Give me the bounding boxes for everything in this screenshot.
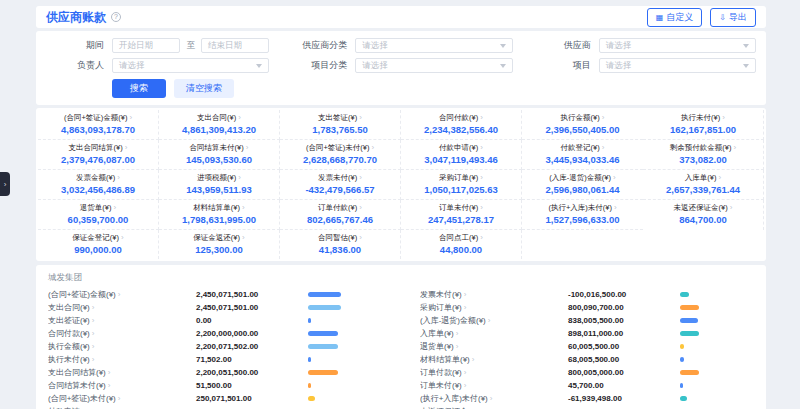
- group-row-label[interactable]: 采购订单(¥)›: [420, 302, 568, 313]
- metric-cell[interactable]: 合同点工(¥)› 44,800.00: [401, 230, 522, 259]
- group-row-label[interactable]: (合同+签证)未付(¥)›: [48, 393, 196, 404]
- chevron-right-icon: ›: [464, 303, 467, 312]
- chevron-right-icon: ›: [480, 173, 483, 182]
- value-bar: [308, 331, 338, 336]
- supplier-category-select[interactable]: 请选择: [355, 38, 512, 53]
- group-row-label[interactable]: 退货单(¥)›: [420, 341, 568, 352]
- supplier-select[interactable]: 请选择: [599, 38, 756, 53]
- group-row-value: 51,500.00: [196, 381, 308, 390]
- help-icon[interactable]: ?: [111, 12, 121, 22]
- metric-cell[interactable]: (入库-退货)金额(¥)› 2,596,980,061.44: [522, 170, 643, 200]
- group-row-label[interactable]: 订单未付(¥)›: [420, 380, 568, 391]
- customize-button[interactable]: ▦ 自定义: [647, 8, 703, 27]
- metric-cell[interactable]: 合同暂估(¥)› 41,836.00: [280, 230, 401, 259]
- metric-label: 未返还保证金(¥)›: [646, 203, 760, 212]
- bar-track: [308, 396, 382, 401]
- metric-cell[interactable]: 保证金返还(¥)› 125,300.00: [159, 230, 280, 259]
- metric-cell[interactable]: 支出合同结算(¥)› 2,379,476,087.00: [38, 140, 159, 170]
- group-row-label[interactable]: 合同结算未付(¥)›: [48, 380, 196, 391]
- group-row-value: 2,200,000,000.00: [196, 329, 308, 338]
- metric-cell[interactable]: 入库单(¥)› 2,657,339,761.44: [643, 170, 764, 200]
- metric-cell[interactable]: 执行金额(¥)› 2,396,550,405.00: [522, 110, 643, 140]
- start-date-input[interactable]: 开始日期: [112, 38, 180, 53]
- metric-label: 发票未付(¥)›: [283, 173, 397, 182]
- group-row-label[interactable]: 材料结算单(¥)›: [420, 354, 568, 365]
- metric-cell[interactable]: (执行+入库)未付(¥)› 1,527,596,633.00: [522, 200, 643, 230]
- group-row: (合同+签证)未付(¥)› 250,071,501.00: [48, 392, 382, 405]
- owner-select[interactable]: 请选择: [112, 58, 269, 73]
- customize-label: 自定义: [666, 11, 693, 24]
- metric-cell[interactable]: 进项税额(¥)› 143,959,511.93: [159, 170, 280, 200]
- supplier-label: 供应商: [533, 39, 591, 52]
- group-row-label[interactable]: 发票未付(¥)›: [420, 289, 568, 300]
- chevron-right-icon: ›: [371, 143, 374, 152]
- metric-label: 入库单(¥)›: [646, 173, 760, 182]
- chevron-right-icon: ›: [472, 355, 475, 364]
- bar-track: [308, 331, 382, 336]
- chevron-right-icon: ›: [480, 113, 483, 122]
- export-button[interactable]: ⇩ 导出: [710, 8, 756, 27]
- chevron-right-icon: ›: [456, 342, 459, 351]
- metric-cell[interactable]: 执行未付(¥)› 162,167,851.00: [643, 110, 764, 140]
- metric-value: 864,700.00: [646, 214, 760, 225]
- metric-value: 2,234,382,556.40: [404, 124, 518, 135]
- metric-cell[interactable]: 合同付款(¥)› 2,234,382,556.40: [401, 110, 522, 140]
- metric-cell[interactable]: 支出合同(¥)› 4,861,309,413.20: [159, 110, 280, 140]
- drawer-handle[interactable]: ›: [0, 172, 10, 196]
- metric-cell[interactable]: 付款登记(¥)› 3,445,934,033.46: [522, 140, 643, 170]
- group-row-label[interactable]: 支出合同结算(¥)›: [48, 367, 196, 378]
- metric-cell[interactable]: 保证金登记(¥)› 990,000.00: [38, 230, 159, 259]
- chevron-right-icon: ›: [464, 368, 467, 377]
- chevron-right-icon: ›: [602, 143, 605, 152]
- group-row-label[interactable]: (合同+签证)金额(¥)›: [48, 289, 196, 300]
- chevron-right-icon: ›: [92, 329, 95, 338]
- chevron-right-icon: ›: [719, 173, 722, 182]
- bar-track: [680, 396, 754, 401]
- metric-label: 保证金返还(¥)›: [162, 233, 276, 242]
- project-select[interactable]: 请选择: [599, 58, 756, 73]
- metric-cell[interactable]: (合同+签证)未付(¥)› 2,628,668,770.70: [280, 140, 401, 170]
- chevron-right-icon: ›: [722, 113, 725, 122]
- metric-cell[interactable]: 退货单(¥)› 60,359,700.00: [38, 200, 159, 230]
- metric-value: 1,527,596,633.00: [525, 214, 640, 225]
- group-row-label[interactable]: 执行未付(¥)›: [48, 354, 196, 365]
- group-row-label[interactable]: (入库-退货)金额(¥)›: [420, 315, 568, 326]
- clear-search-button[interactable]: 清空搜索: [174, 79, 234, 98]
- group-row-label[interactable]: 入库单(¥)›: [420, 328, 568, 339]
- metric-value: 145,093,530.60: [162, 154, 276, 165]
- metric-cell[interactable]: 未返还保证金(¥)› 864,700.00: [643, 200, 764, 230]
- metric-cell[interactable]: 订单未付(¥)› 247,451,278.17: [401, 200, 522, 230]
- bar-track: [308, 383, 382, 388]
- metric-cell[interactable]: 合同结算未付(¥)› 145,093,530.60: [159, 140, 280, 170]
- metric-cell[interactable]: 订单付款(¥)› 802,665,767.46: [280, 200, 401, 230]
- group-row-label[interactable]: 订单付款(¥)›: [420, 367, 568, 378]
- chevron-right-icon: ›: [464, 381, 467, 390]
- metric-value: 3,047,119,493.46: [404, 154, 518, 165]
- group-row-label[interactable]: 合同付款(¥)›: [48, 328, 196, 339]
- chevron-right-icon: ›: [456, 329, 459, 338]
- metric-cell[interactable]: 发票未付(¥)› -432,479,566.57: [280, 170, 401, 200]
- end-date-input[interactable]: 结束日期: [201, 38, 269, 53]
- group-row-value: 2,450,071,501.00: [196, 290, 308, 299]
- group-row-label[interactable]: 支出合同(¥)›: [48, 302, 196, 313]
- group-row-label[interactable]: (执行+入库)未付(¥)›: [420, 393, 568, 404]
- value-bar: [680, 357, 684, 362]
- group-row-label[interactable]: 执行金额(¥)›: [48, 341, 196, 352]
- period-label: 期间: [46, 39, 104, 52]
- metric-label: (入库-退货)金额(¥)›: [525, 173, 640, 182]
- metric-cell[interactable]: (合同+签证)金额(¥)› 4,863,093,178.70: [38, 110, 159, 140]
- metric-cell[interactable]: 材料结算单(¥)› 1,798,631,995.00: [159, 200, 280, 230]
- bar-track: [680, 292, 754, 297]
- metric-cell[interactable]: 支出签证(¥)› 1,783,765.50: [280, 110, 401, 140]
- metric-label: 退货单(¥)›: [41, 203, 155, 212]
- metric-cell[interactable]: 付款申请(¥)› 3,047,119,493.46: [401, 140, 522, 170]
- supplier-category-label: 供应商分类: [289, 39, 347, 52]
- search-button[interactable]: 搜索: [112, 79, 166, 98]
- group-name[interactable]: 城发集团: [48, 272, 754, 284]
- metric-cell[interactable]: 采购订单(¥)› 1,050,117,025.63: [401, 170, 522, 200]
- metric-cell[interactable]: 发票金额(¥)› 3,032,456,486.89: [38, 170, 159, 200]
- value-bar: [308, 318, 311, 323]
- metric-cell[interactable]: 剩余预付款金额(¥)› 373,082.00: [643, 140, 764, 170]
- group-row-label[interactable]: 支出签证(¥)›: [48, 315, 196, 326]
- project-category-select[interactable]: 请选择: [355, 58, 512, 73]
